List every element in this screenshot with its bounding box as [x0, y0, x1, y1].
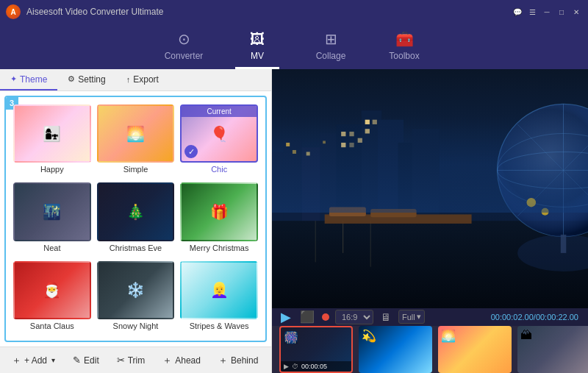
- trim-icon: ✂: [117, 355, 125, 366]
- neat-label: Neat: [43, 244, 60, 252]
- svg-point-28: [498, 152, 588, 188]
- view-mode-select[interactable]: Full ▾: [398, 310, 425, 324]
- subtab-setting[interactable]: ⚙ Setting: [57, 69, 115, 90]
- timeline-emoji-4: 🏔: [520, 329, 532, 342]
- stripes-waves-label: Stripes & Waves: [190, 322, 249, 330]
- export-icon: ↑: [126, 75, 131, 84]
- edit-button[interactable]: ✎ Edit: [67, 352, 105, 369]
- title-bar: A Aiseesoft Video Converter Ultimate 💬 ☰…: [0, 0, 588, 24]
- timeline-item-1[interactable]: 🎆 ▶ ⏱ 00:00:05: [279, 326, 353, 373]
- tab-collage-label: Collage: [316, 51, 346, 61]
- svg-point-38: [527, 198, 536, 207]
- timeline-time-1: 00:00:05: [301, 363, 327, 370]
- svg-rect-9: [337, 124, 369, 225]
- time-display: 00:00:02.00/00:00:22.00: [491, 313, 578, 322]
- santa-claus-label: Santa Claus: [30, 322, 74, 330]
- subtab-export[interactable]: ↑ Export: [116, 69, 169, 90]
- chevron-down-icon: ▾: [417, 312, 421, 322]
- close-button[interactable]: ✕: [570, 6, 582, 18]
- happy-thumb-icon: 👩‍👧: [15, 106, 90, 161]
- theme-neat[interactable]: 🌃 Neat: [13, 182, 91, 255]
- ahead-icon: ＋: [162, 354, 172, 367]
- timeline-item-2[interactable]: 💫: [359, 326, 432, 373]
- clock-icon: ⏱: [292, 363, 298, 370]
- svg-point-29: [498, 133, 588, 207]
- svg-line-31: [517, 124, 588, 216]
- screen-icon: 🖥: [379, 311, 392, 323]
- tab-mv-label: MV: [251, 51, 264, 61]
- theme-chic[interactable]: 🎈 Current ✓ Chic: [180, 104, 258, 177]
- aspect-ratio-select[interactable]: 16:9: [335, 310, 373, 324]
- trim-button[interactable]: ✂ Trim: [111, 352, 151, 369]
- preview-image: [272, 69, 588, 308]
- subtab-theme[interactable]: ✦ Theme: [0, 69, 57, 90]
- svg-rect-20: [373, 120, 377, 124]
- tab-toolbox[interactable]: 🧰 Toolbox: [382, 30, 426, 69]
- theme-santa-claus[interactable]: 🎅 Santa Claus: [13, 261, 91, 333]
- timeline-item-4[interactable]: 🏔: [517, 326, 588, 373]
- timeline-emoji-3: 🌅: [441, 329, 456, 343]
- edit-label: Edit: [84, 355, 99, 366]
- svg-rect-36: [329, 207, 366, 216]
- svg-rect-5: [286, 143, 290, 146]
- collage-icon: ⊞: [325, 30, 337, 48]
- minimize-button[interactable]: ─: [541, 6, 553, 18]
- play-button[interactable]: ▶: [279, 309, 293, 325]
- tab-converter[interactable]: ⊙ Converter: [162, 30, 206, 69]
- tab-mv[interactable]: 🖼 MV: [235, 31, 279, 69]
- timeline: 🎆 ▶ ⏱ 00:00:05 💫 🌅 🏔 + 1 / 4: [272, 326, 588, 373]
- santa-claus-thumb-icon: 🎅: [15, 263, 90, 318]
- svg-rect-37: [370, 209, 416, 217]
- converter-icon: ⊙: [178, 30, 190, 48]
- window-controls: 💬 ☰ ─ □ ✕: [512, 6, 582, 18]
- snowy-night-label: Snowy Night: [113, 322, 159, 330]
- svg-point-39: [542, 208, 549, 216]
- svg-rect-11: [378, 120, 404, 226]
- app-logo: A: [6, 4, 21, 19]
- menu-icon[interactable]: ☰: [526, 6, 538, 18]
- theme-happy[interactable]: 👩‍👧 Happy: [13, 104, 91, 177]
- main-content: ✦ Theme ⚙ Setting ↑ Export 3 👩‍👧 Happy: [0, 69, 588, 373]
- theme-icon: ✦: [10, 74, 17, 84]
- snowy-night-thumb-icon: ❄️: [98, 263, 173, 318]
- stop-button[interactable]: ⬛: [298, 310, 316, 324]
- svg-line-32: [517, 124, 588, 216]
- subtab-theme-label: Theme: [20, 74, 47, 85]
- christmas-eve-thumb-icon: 🎄: [98, 184, 173, 239]
- svg-rect-21: [365, 129, 370, 133]
- bottom-toolbar: ＋ + Add ✎ Edit ✂ Trim ＋ Ahead ＋ Behind: [0, 347, 271, 373]
- theme-simple[interactable]: 🌅 Simple: [97, 104, 175, 177]
- chat-icon[interactable]: 💬: [512, 6, 523, 18]
- play-small-icon: ▶: [284, 363, 289, 370]
- svg-rect-13: [412, 129, 439, 225]
- svg-rect-10: [362, 110, 381, 225]
- subtab-export-label: Export: [133, 74, 159, 85]
- behind-icon: ＋: [218, 354, 228, 367]
- theme-merry-christmas[interactable]: 🎁 Merry Christmas: [180, 182, 258, 255]
- theme-christmas-eve[interactable]: 🎄 Christmas Eve: [97, 182, 175, 255]
- app-title: Aiseesoft Video Converter Ultimate: [26, 7, 512, 17]
- add-icon: ＋: [12, 354, 21, 367]
- svg-rect-6: [293, 150, 296, 154]
- svg-rect-2: [283, 138, 301, 226]
- behind-button[interactable]: ＋ Behind: [212, 351, 264, 370]
- timeline-item-3[interactable]: 🌅: [438, 326, 512, 373]
- ahead-button[interactable]: ＋ Ahead: [157, 351, 207, 370]
- svg-rect-16: [341, 143, 345, 147]
- svg-rect-19: [365, 120, 370, 124]
- svg-rect-15: [349, 132, 354, 136]
- tab-collage[interactable]: ⊞ Collage: [309, 30, 353, 69]
- edit-icon: ✎: [73, 355, 81, 366]
- nav-tabs: ⊙ Converter 🖼 MV ⊞ Collage 🧰 Toolbox: [0, 24, 588, 69]
- simple-thumb-icon: 🌅: [98, 106, 173, 161]
- merry-christmas-label: Merry Christmas: [190, 244, 249, 252]
- theme-grid: 3 👩‍👧 Happy 🌅 Simple 🎈 Current: [4, 96, 267, 342]
- add-button[interactable]: ＋ + Add: [6, 351, 61, 370]
- theme-snowy-night[interactable]: ❄️ Snowy Night: [97, 261, 175, 333]
- maximize-button[interactable]: □: [556, 6, 567, 18]
- toolbox-icon: 🧰: [395, 30, 414, 48]
- theme-stripes-waves[interactable]: 👱‍♀️ Stripes & Waves: [180, 261, 258, 333]
- stripes-waves-thumb-icon: 👱‍♀️: [182, 263, 257, 318]
- trim-label: Trim: [128, 355, 146, 366]
- mv-icon: 🖼: [250, 31, 265, 48]
